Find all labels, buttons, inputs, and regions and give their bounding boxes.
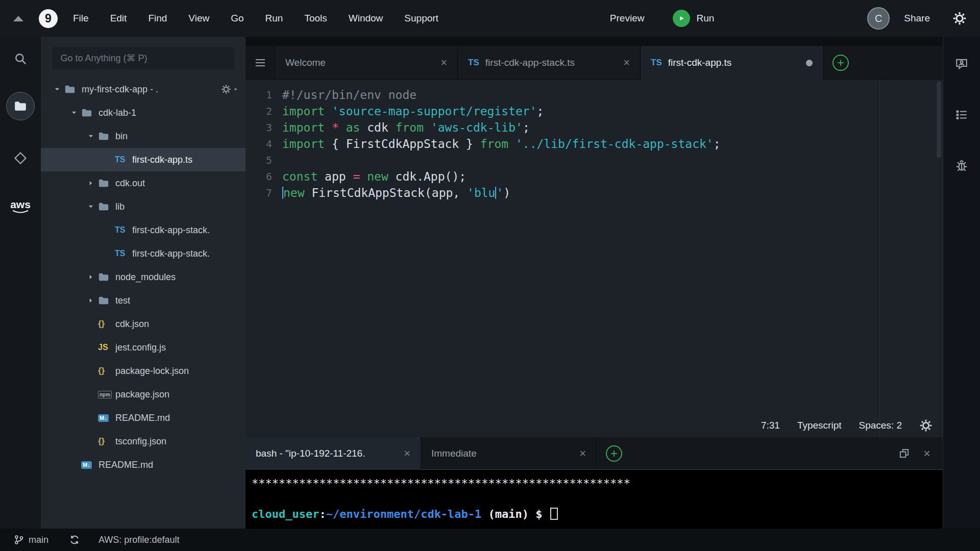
tree-item-cdk-json[interactable]: {}cdk.json [41, 312, 246, 336]
menu-item-go[interactable]: Go [231, 13, 243, 24]
editor-tab-first-cdk-app-ts[interactable]: TSfirst-cdk-app.ts [641, 46, 823, 80]
close-tab-icon[interactable]: × [440, 57, 447, 68]
tab-list-menu-icon[interactable] [246, 46, 275, 79]
restore-panel-icon[interactable] [898, 447, 910, 459]
tree-item-package-json[interactable]: npmpackage.json [41, 383, 246, 406]
line-number: 6 [246, 168, 272, 185]
code-editor[interactable]: 1#!/usr/bin/env node2import 'source-map-… [246, 80, 943, 437]
tree-item-lib[interactable]: lib [41, 195, 246, 218]
environment-files-icon[interactable] [6, 92, 35, 120]
terminal-tabs: bash - "ip-10-192-11-216.×Immediate× [246, 437, 597, 469]
new-terminal-tab-button[interactable]: + [606, 445, 622, 462]
indent-setting[interactable]: Spaces: 2 [859, 420, 902, 431]
preview-button[interactable]: Preview [610, 13, 645, 24]
tree-item-bin[interactable]: bin [41, 124, 246, 148]
menu-collapse-icon[interactable] [13, 16, 23, 21]
tree-item-label: README.md [115, 413, 170, 423]
avatar[interactable]: C [867, 7, 890, 30]
json-file-icon: {} [98, 366, 115, 376]
tree-item-label: my-first-cdk-app - . [82, 84, 158, 95]
terminal-tab-bash-ip-10-192-11-216[interactable]: bash - "ip-10-192-11-216.× [246, 437, 421, 470]
line-number: 4 [246, 136, 272, 152]
terminal-line-asterisks: ****************************************… [252, 476, 943, 491]
tree-item-tsconfig-json[interactable]: {}tsconfig.json [41, 430, 246, 453]
menu-bar: 9 FileEditFindViewGoRunToolsWindowSuppor… [0, 0, 980, 37]
tree-item-cdk-lab-1[interactable]: cdk-lab-1 [41, 101, 246, 124]
tree-item-first-cdk-app-stack[interactable]: TSfirst-cdk-app-stack. [41, 242, 246, 265]
menu-item-view[interactable]: View [188, 13, 209, 24]
menu-item-edit[interactable]: Edit [110, 13, 127, 24]
preferences-gear-icon[interactable] [952, 11, 967, 26]
aws-profile-status[interactable]: AWS: profile:default [99, 535, 179, 545]
terminal-prompt: cloud_user:~/environment/cdk-lab-1 (main… [252, 507, 943, 522]
terminal-panel: bash - "ip-10-192-11-216.×Immediate× + ×… [246, 437, 943, 529]
project-settings-gear-icon[interactable] [221, 84, 238, 94]
git-branch-button[interactable]: main [13, 534, 48, 545]
code-line-7: 7new FirstCdkAppStack(app, 'blu') [246, 185, 943, 201]
collaborate-icon[interactable] [955, 57, 968, 70]
aws-logo[interactable]: aws [10, 199, 31, 214]
git-branch-icon [13, 534, 24, 545]
line-number: 2 [246, 103, 272, 119]
search-icon[interactable] [14, 52, 27, 65]
folder-icon [98, 201, 115, 212]
debugger-icon[interactable] [955, 159, 968, 172]
editor-tab-first-cdk-app-stack-ts[interactable]: TSfirst-cdk-app-stack.ts× [458, 46, 641, 79]
goto-anything-input[interactable] [53, 47, 234, 69]
tree-item-test[interactable]: test [41, 289, 246, 312]
code-line-2: 2import 'source-map-support/register'; [246, 103, 943, 119]
tree-item-jest-config-js[interactable]: JSjest.config.js [41, 336, 246, 359]
editor-settings-gear-icon[interactable] [919, 419, 933, 432]
tree-item-readme-md[interactable]: M↓README.md [41, 453, 246, 477]
menu-item-window[interactable]: Window [349, 13, 383, 24]
aws-logo-text: aws [10, 199, 31, 210]
menu-item-support[interactable]: Support [404, 13, 438, 24]
outline-icon[interactable] [955, 108, 968, 121]
close-tab-icon[interactable]: × [404, 448, 410, 459]
cursor-position[interactable]: 7:31 [761, 420, 780, 431]
menu-item-run[interactable]: Run [265, 13, 283, 24]
tree-item-cdk-out[interactable]: cdk.out [41, 171, 246, 195]
cloud9-logo[interactable]: 9 [39, 9, 58, 28]
editor-tab-welcome[interactable]: Welcome× [275, 46, 458, 79]
tree-item-label: package.json [115, 389, 169, 400]
run-label: Run [696, 13, 714, 24]
new-editor-tab-button[interactable]: + [832, 55, 849, 71]
menu-items: FileEditFindViewGoRunToolsWindowSupport [73, 13, 438, 24]
run-play-icon [673, 10, 690, 27]
close-panel-icon[interactable]: × [923, 447, 930, 460]
language-mode[interactable]: Typescript [797, 420, 842, 431]
tree-item-my-first-cdk-app[interactable]: my-first-cdk-app - . [41, 78, 246, 101]
tree-item-first-cdk-app-ts[interactable]: TSfirst-cdk-app.ts [41, 148, 246, 171]
tree-item-readme-md[interactable]: M↓README.md [41, 406, 246, 430]
tree-item-label: lib [115, 202, 125, 212]
editor-tab-label: first-cdk-app.ts [668, 57, 732, 68]
menu-item-file[interactable]: File [73, 13, 89, 24]
tree-item-label: node_modules [115, 272, 176, 283]
close-tab-icon[interactable]: × [579, 448, 586, 459]
tree-item-package-lock-json[interactable]: {}package-lock.json [41, 359, 246, 383]
terminal-output[interactable]: ****************************************… [246, 470, 943, 529]
file-tree-panel: my-first-cdk-app - .cdk-lab-1binTSfirst-… [41, 37, 246, 529]
close-tab-icon[interactable]: × [623, 57, 630, 68]
run-button[interactable]: Run [673, 10, 714, 27]
terminal-tab-label: Immediate [431, 448, 477, 459]
source-control-icon[interactable] [13, 151, 28, 165]
right-icon-rail [943, 37, 980, 529]
tree-item-label: jest.config.js [115, 342, 166, 353]
terminal-tab-immediate[interactable]: Immediate× [421, 437, 597, 469]
terminal-cursor [550, 508, 558, 520]
menu-item-find[interactable]: Find [148, 13, 167, 24]
sync-icon[interactable] [69, 534, 80, 545]
menu-item-tools[interactable]: Tools [304, 13, 327, 24]
tree-item-label: tsconfig.json [115, 436, 166, 447]
tree-item-node-modules[interactable]: node_modules [41, 265, 246, 289]
tree-item-first-cdk-app-stack[interactable]: TSfirst-cdk-app-stack. [41, 218, 246, 242]
tree-item-label: package-lock.json [115, 366, 189, 377]
share-button[interactable]: Share [904, 13, 930, 24]
code-area: 1#!/usr/bin/env node2import 'source-map-… [246, 80, 943, 201]
typescript-file-icon: TS [115, 226, 132, 235]
typescript-file-icon: TS [115, 249, 132, 258]
editor-scrollbar[interactable] [937, 81, 941, 158]
chevron-down-icon [50, 86, 64, 93]
